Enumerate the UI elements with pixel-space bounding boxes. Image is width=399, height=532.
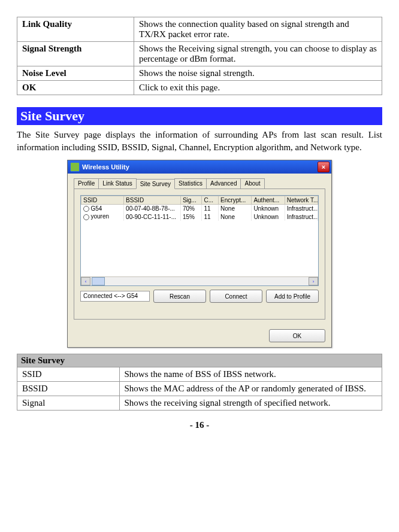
- cell-encrypt: None: [219, 212, 252, 220]
- scroll-thumb[interactable]: [92, 277, 105, 285]
- cell-auth: Unknown: [252, 205, 285, 213]
- connection-status: Connected <--> G54: [80, 291, 150, 302]
- connect-button[interactable]: Connect: [210, 290, 262, 303]
- top-definition-table: Link Quality Shows the connection qualit…: [17, 17, 382, 95]
- cell-ssid: youren: [81, 212, 124, 220]
- site-survey-table: Site Survey SSID Shows the name of BSS o…: [17, 354, 382, 411]
- row-desc: Click to exit this page.: [134, 81, 382, 95]
- network-grid[interactable]: SSID BSSID Sig... C... Encrypt... Authen…: [80, 195, 319, 286]
- cell-ssid: G54: [81, 205, 124, 213]
- tab-about[interactable]: About: [240, 178, 264, 189]
- network-icon: [83, 206, 89, 212]
- cell-auth: Unknown: [252, 212, 285, 220]
- col-signal[interactable]: Sig...: [180, 196, 202, 205]
- titlebar: Wireless Utility ×: [68, 160, 331, 174]
- row-key: Noise Level: [17, 66, 134, 81]
- window-title: Wireless Utility: [82, 163, 129, 171]
- grid-header-row: SSID BSSID Sig... C... Encrypt... Authen…: [81, 196, 318, 205]
- ok-row: OK: [68, 326, 331, 347]
- tab-advanced[interactable]: Advanced: [206, 178, 241, 189]
- grid-row[interactable]: G54 00-07-40-8B-78-... 70% 11 None Unkno…: [81, 205, 318, 213]
- row-key: Signal Strength: [17, 42, 134, 66]
- page-number: - 16 -: [17, 420, 382, 430]
- row-key: BSSID: [17, 382, 120, 396]
- window-body: Profile Link Status Site Survey Statisti…: [68, 174, 331, 326]
- row-desc: Shows the MAC address of the AP or rando…: [119, 382, 382, 396]
- row-key: Link Quality: [17, 17, 134, 42]
- col-bssid[interactable]: BSSID: [124, 196, 181, 205]
- row-key: OK: [17, 81, 134, 95]
- row-desc: Shows the Receiving signal strength, you…: [134, 42, 382, 66]
- tab-site-survey[interactable]: Site Survey: [136, 179, 175, 189]
- table-header: Site Survey: [17, 354, 382, 367]
- horizontal-scrollbar[interactable]: ‹ ›: [81, 276, 318, 285]
- tab-link-status[interactable]: Link Status: [98, 178, 136, 189]
- close-icon[interactable]: ×: [318, 162, 330, 172]
- cell-bssid: 00-07-40-8B-78-...: [124, 205, 181, 213]
- row-desc: Shows the name of BSS of IBSS network.: [119, 367, 382, 382]
- section-title: Site Survey: [17, 107, 382, 125]
- cell-network: Infrastruct...: [285, 212, 318, 220]
- cell-channel: 11: [202, 212, 219, 220]
- row-key: SSID: [17, 367, 120, 382]
- row-key: Signal: [17, 396, 120, 411]
- tab-panel: SSID BSSID Sig... C... Encrypt... Authen…: [74, 189, 325, 320]
- rescan-button[interactable]: Rescan: [153, 290, 206, 303]
- row-desc: Shows the connection quality based on si…: [134, 17, 382, 42]
- cell-signal: 15%: [180, 212, 202, 220]
- ok-button[interactable]: OK: [269, 329, 325, 342]
- table-row: Signal Strength Shows the Receiving sign…: [17, 42, 382, 66]
- table-row: BSSID Shows the MAC address of the AP or…: [17, 382, 382, 396]
- cell-signal: 70%: [180, 205, 202, 213]
- cell-channel: 11: [202, 205, 219, 213]
- scroll-right-icon[interactable]: ›: [309, 277, 318, 285]
- col-ssid[interactable]: SSID: [81, 196, 124, 205]
- network-icon: [83, 214, 89, 220]
- wireless-utility-window: Wireless Utility × Profile Link Status S…: [67, 160, 332, 348]
- app-icon: [70, 162, 80, 172]
- tab-statistics[interactable]: Statistics: [174, 178, 207, 189]
- table-row: Link Quality Shows the connection qualit…: [17, 17, 382, 42]
- panel-bottom-row: Connected <--> G54 Rescan Connect Add to…: [80, 290, 319, 303]
- section-body: The Site Survey page displays the inform…: [17, 129, 382, 154]
- tabstrip: Profile Link Status Site Survey Statisti…: [74, 178, 325, 189]
- tab-profile[interactable]: Profile: [74, 178, 99, 189]
- grid-row[interactable]: youren 00-90-CC-11-11-... 15% 11 None Un…: [81, 212, 318, 220]
- row-desc: Shows the receiving signal strength of s…: [119, 396, 382, 411]
- screenshot-figure: Wireless Utility × Profile Link Status S…: [17, 160, 382, 348]
- col-network[interactable]: Network T...: [285, 196, 318, 205]
- scroll-left-icon[interactable]: ‹: [81, 277, 90, 285]
- cell-network: Infrastruct...: [285, 205, 318, 213]
- table-row: SSID Shows the name of BSS of IBSS netwo…: [17, 367, 382, 382]
- cell-bssid: 00-90-CC-11-11-...: [124, 212, 181, 220]
- scroll-track[interactable]: [105, 278, 309, 285]
- table-row: OK Click to exit this page.: [17, 81, 382, 95]
- cell-encrypt: None: [219, 205, 252, 213]
- col-encrypt[interactable]: Encrypt...: [219, 196, 252, 205]
- col-auth[interactable]: Authent...: [252, 196, 285, 205]
- col-channel[interactable]: C...: [202, 196, 219, 205]
- add-to-profile-button[interactable]: Add to Profile: [266, 290, 319, 303]
- table-row: Signal Shows the receiving signal streng…: [17, 396, 382, 411]
- table-row: Noise Level Shows the noise signal stren…: [17, 66, 382, 81]
- row-desc: Shows the noise signal strength.: [134, 66, 382, 81]
